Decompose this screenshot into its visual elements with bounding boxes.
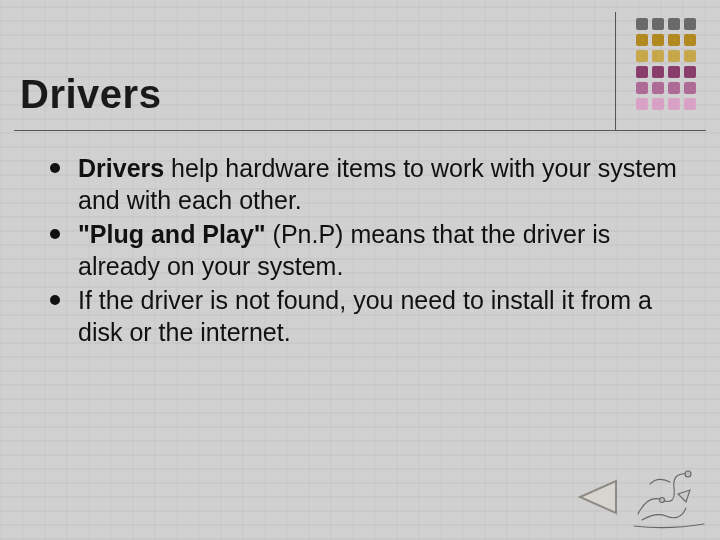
decor-dot xyxy=(684,82,696,94)
decor-horizontal-line xyxy=(14,130,706,131)
decor-vertical-line xyxy=(615,12,616,130)
bullet-item: "Plug and Play" (Pn.P) means that the dr… xyxy=(46,218,680,282)
bullet-bold: "Plug and Play" xyxy=(78,220,266,248)
decor-dot xyxy=(684,18,696,30)
svg-point-1 xyxy=(685,471,691,477)
decor-dot xyxy=(636,18,648,30)
decor-dot xyxy=(684,34,696,46)
slide-title: Drivers xyxy=(20,72,161,117)
decor-dot xyxy=(684,98,696,110)
decor-dot xyxy=(652,66,664,78)
decor-dot xyxy=(652,18,664,30)
decor-dot xyxy=(636,50,648,62)
decor-dot xyxy=(684,66,696,78)
svg-marker-0 xyxy=(580,481,616,513)
decor-dot xyxy=(668,18,680,30)
triangle-left-icon xyxy=(574,478,620,516)
back-button[interactable] xyxy=(574,478,620,516)
slide-body: Drivers help hardware items to work with… xyxy=(46,152,680,350)
decor-dot xyxy=(636,98,648,110)
decor-dot xyxy=(668,98,680,110)
decor-dot xyxy=(684,50,696,62)
decor-dot xyxy=(652,34,664,46)
decor-dot xyxy=(668,34,680,46)
bullet-text: If the driver is not found, you need to … xyxy=(78,286,652,346)
decor-dot-grid xyxy=(636,18,696,110)
bullet-bold: Drivers xyxy=(78,154,164,182)
decor-dot xyxy=(652,82,664,94)
decor-dot xyxy=(636,66,648,78)
bullet-item: Drivers help hardware items to work with… xyxy=(46,152,680,216)
bullet-text: help hardware items to work with your sy… xyxy=(78,154,677,214)
slide: Drivers Drivers help hardware items to w… xyxy=(0,0,720,540)
decor-dot xyxy=(668,50,680,62)
decor-dot xyxy=(636,82,648,94)
corner-illustration xyxy=(628,454,710,532)
decor-dot xyxy=(652,50,664,62)
decor-dot xyxy=(652,98,664,110)
decor-dot xyxy=(636,34,648,46)
svg-point-2 xyxy=(660,498,665,503)
decor-dot xyxy=(668,82,680,94)
bullet-item: If the driver is not found, you need to … xyxy=(46,284,680,348)
decor-dot xyxy=(668,66,680,78)
